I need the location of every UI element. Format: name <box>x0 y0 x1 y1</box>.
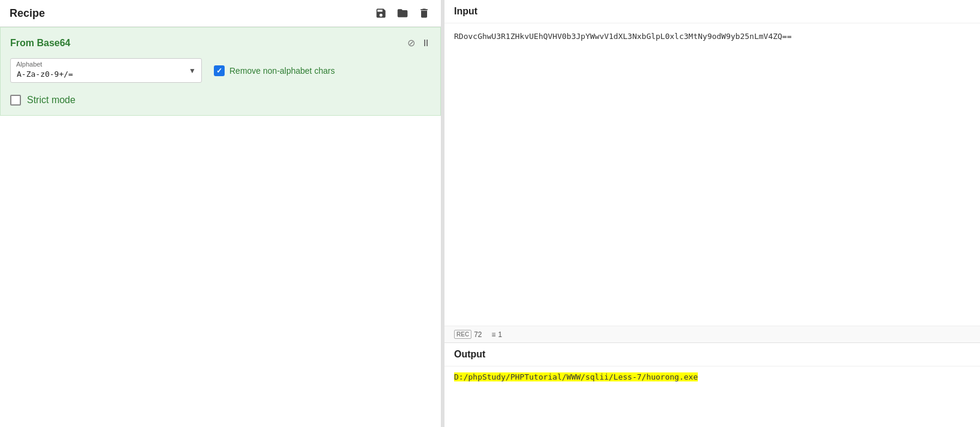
remove-nonalpha-row: ✓ Remove non-alphabet chars <box>214 65 335 76</box>
delete-button[interactable] <box>417 6 431 20</box>
left-panel: Recipe From Base64 ⊘ <box>0 0 441 427</box>
char-count: 72 <box>474 330 482 339</box>
recipe-toolbar <box>374 6 431 20</box>
operation-actions: ⊘ ⏸ <box>407 37 431 49</box>
recipe-title: Recipe <box>10 7 45 20</box>
output-highlighted-text: D:/phpStudy/PHPTutorial/WWW/sqlii/Less-7… <box>454 372 698 381</box>
operation-title: From Base64 <box>10 38 71 49</box>
alphabet-label: Alphabet <box>16 61 42 68</box>
output-section-header: Output <box>444 343 980 366</box>
remove-nonalpha-label: Remove non-alphabet chars <box>229 66 335 76</box>
recipe-header: Recipe <box>0 0 441 27</box>
pause-icon[interactable]: ⏸ <box>421 38 431 49</box>
line-icon: ≡ <box>491 330 495 339</box>
disable-icon[interactable]: ⊘ <box>407 37 415 49</box>
strict-mode-checkbox[interactable] <box>10 95 21 106</box>
alphabet-row: Alphabet A-Za-z0-9+/= ▼ ✓ Remove non-alp… <box>10 58 431 83</box>
input-footer: REC 72 ≡ 1 <box>444 326 980 342</box>
remove-nonalpha-checkbox[interactable]: ✓ <box>214 65 225 76</box>
input-section: Input RDovcGhwU3R1ZHkvUEhQVHV0b3JpYWwvV1… <box>444 0 980 343</box>
output-section: Output D:/phpStudy/PHPTutorial/WWW/sqlii… <box>444 343 980 427</box>
rec-label: REC <box>454 330 471 339</box>
recipe-empty-area <box>0 116 441 427</box>
output-content: D:/phpStudy/PHPTutorial/WWW/sqlii/Less-7… <box>444 366 980 427</box>
line-count: 1 <box>498 330 503 339</box>
alphabet-select-wrapper: Alphabet A-Za-z0-9+/= ▼ <box>10 58 202 83</box>
operation-card: From Base64 ⊘ ⏸ Alphabet A-Za-z0-9+/= ▼ … <box>0 27 441 116</box>
line-badge: ≡ 1 <box>491 330 502 339</box>
input-content[interactable]: RDovcGhwU3R1ZHkvUEhQVHV0b3JpYWwvV1dXL3Nx… <box>444 23 980 326</box>
right-panel: Input RDovcGhwU3R1ZHkvUEhQVHV0b3JpYWwvV1… <box>444 0 980 427</box>
rec-badge: REC 72 <box>454 330 482 339</box>
strict-mode-row: Strict mode <box>10 95 431 106</box>
strict-mode-label: Strict mode <box>27 95 75 106</box>
checkmark-icon: ✓ <box>216 67 222 75</box>
operation-header: From Base64 ⊘ ⏸ <box>10 37 431 49</box>
save-button[interactable] <box>374 6 388 20</box>
input-section-header: Input <box>444 0 980 23</box>
folder-button[interactable] <box>395 6 410 20</box>
